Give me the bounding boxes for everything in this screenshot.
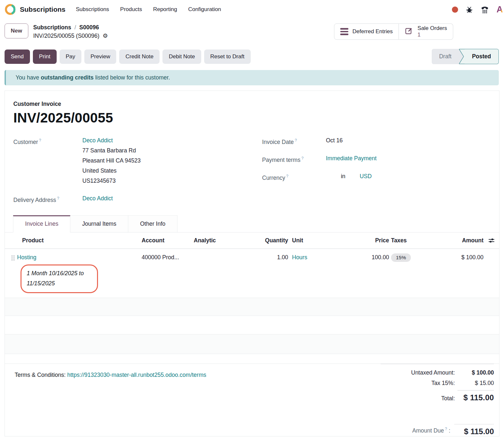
drag-handle-icon[interactable]	[11, 255, 13, 257]
tab-invoice-lines[interactable]: Invoice Lines	[13, 215, 70, 233]
notebook-tabs: Invoice Lines Journal Items Other Info	[5, 215, 499, 233]
table-row[interactable]: Hosting 1 Month 10/16/2025 to 11/15/2025…	[5, 249, 499, 298]
column-amount[interactable]: Amount	[441, 237, 483, 244]
cell-account[interactable]: 400000 Prod...	[142, 254, 194, 261]
menu-bars-icon	[340, 27, 348, 36]
cell-quantity[interactable]: 1.00	[252, 254, 288, 261]
preview-button[interactable]: Preview	[84, 50, 116, 64]
alert-text-bold: outstanding credits	[41, 74, 93, 81]
payment-terms-label: Payment terms?	[262, 153, 326, 165]
edit-document-icon	[405, 27, 413, 37]
empty-table-row	[5, 298, 499, 316]
column-unit[interactable]: Unit	[288, 237, 330, 244]
top-navbar: Subscriptions Subscriptions Products Rep…	[0, 0, 504, 19]
nav-item-configuration[interactable]: Configuration	[188, 6, 221, 13]
cell-amount: $ 100.00	[441, 254, 483, 261]
page: Subscriptions Subscriptions Products Rep…	[0, 0, 504, 441]
print-button[interactable]: Print	[33, 50, 57, 64]
alert-text: You have	[16, 74, 41, 81]
help-icon[interactable]: ?	[295, 138, 297, 143]
new-button[interactable]: New	[5, 23, 28, 38]
total-label: Total:	[441, 395, 455, 402]
breadcrumb-link-s00096[interactable]: S00096	[79, 23, 99, 32]
amount-due-value: $ 115.00	[454, 424, 494, 436]
column-quantity[interactable]: Quantity	[252, 237, 288, 244]
customer-address-line: United States	[82, 166, 141, 176]
table-header: Product Account Analytic Quantity Unit P…	[5, 233, 499, 249]
amount-due-label: Amount Due? :	[412, 427, 450, 436]
column-taxes[interactable]: Taxes	[389, 237, 441, 244]
help-icon[interactable]: ?	[57, 196, 59, 201]
tax-badge[interactable]: 15%	[391, 253, 411, 262]
phone-icon[interactable]	[481, 5, 489, 14]
record-indicator-icon[interactable]	[452, 7, 458, 13]
nav-item-products[interactable]: Products	[120, 6, 142, 13]
sale-orders-label: Sale Orders	[417, 25, 447, 32]
alert-text-end: listed below for this customer.	[94, 74, 170, 81]
cell-taxes[interactable]: 15%	[389, 254, 441, 262]
help-icon[interactable]: ?	[39, 138, 41, 143]
breadcrumb-link-subscriptions[interactable]: Subscriptions	[33, 23, 71, 32]
invoice-date-field: Invoice Date? Oct 16	[262, 135, 377, 147]
customer-link[interactable]: Deco Addict	[82, 137, 113, 144]
invoice-date-value[interactable]: Oct 16	[326, 135, 343, 147]
total-value: $ 115.00	[455, 393, 494, 402]
status-posted[interactable]: Posted	[465, 49, 499, 64]
currency-link[interactable]: USD	[360, 171, 372, 183]
status-arrow-icon	[459, 49, 465, 64]
cell-unit[interactable]: Hours	[288, 254, 330, 261]
pay-button[interactable]: Pay	[60, 50, 81, 64]
tax-label: Tax 15%:	[431, 380, 455, 387]
cell-price[interactable]: 100.00	[330, 254, 389, 261]
nav-item-subscriptions[interactable]: Subscriptions	[76, 6, 109, 13]
debit-note-button[interactable]: Debit Note	[162, 50, 201, 64]
terms-link[interactable]: https://91323030-master-all.runbot255.od…	[67, 372, 206, 378]
column-price[interactable]: Price	[330, 237, 389, 244]
customer-address-line: Pleasant Hill CA 94523	[82, 156, 141, 166]
form-sheet: Customer Invoice INV/2025/00055 Customer…	[5, 91, 499, 436]
sheet-footer: Terms & Conditions: https://91323030-mas…	[5, 364, 499, 406]
sale-orders-button[interactable]: Sale Orders 1	[399, 23, 453, 40]
help-icon[interactable]: ?	[301, 156, 304, 161]
column-product[interactable]: Product	[5, 237, 142, 244]
total-divider	[457, 390, 494, 391]
deferred-entries-button[interactable]: Deferred Entries	[334, 23, 399, 40]
amount-due-row: Amount Due? : $ 115.00	[5, 424, 499, 436]
credit-note-button[interactable]: Credit Note	[119, 50, 160, 64]
payment-terms-field: Payment terms? Immediate Payment	[262, 153, 377, 165]
untaxed-amount-row: Untaxed Amount: $ 100.00	[381, 369, 494, 376]
terms-label: Terms & Conditions:	[15, 372, 66, 378]
nav-menu: Subscriptions Products Reporting Configu…	[76, 6, 221, 13]
status-bar: Draft Posted	[432, 49, 499, 64]
optional-columns-icon[interactable]	[483, 237, 499, 244]
avatar[interactable]: A	[497, 5, 504, 15]
document-type-label: Customer Invoice	[13, 101, 491, 107]
outstanding-credits-alert: You have outstanding credits listed belo…	[5, 70, 499, 85]
bug-icon[interactable]	[466, 6, 473, 13]
untaxed-amount-label: Untaxed Amount:	[411, 369, 455, 376]
tab-journal-items[interactable]: Journal Items	[70, 215, 128, 232]
column-analytic[interactable]: Analytic	[194, 237, 252, 244]
unit-link[interactable]: Hours	[292, 254, 307, 261]
tab-other-info[interactable]: Other Info	[128, 215, 177, 232]
column-account[interactable]: Account	[142, 237, 194, 244]
reset-to-draft-button[interactable]: Reset to Draft	[204, 50, 251, 64]
control-panel: New Subscriptions / S00096 INV/2025/0005…	[0, 19, 504, 40]
help-icon[interactable]: ?	[286, 174, 288, 178]
currency-prefix: in	[326, 171, 345, 183]
gear-icon[interactable]: ⚙	[103, 32, 108, 40]
delivery-address-link[interactable]: Deco Addict	[82, 193, 113, 205]
terms-and-conditions: Terms & Conditions: https://91323030-mas…	[15, 364, 206, 406]
currency-label: Currency?	[262, 171, 326, 183]
product-link[interactable]: Hosting	[17, 254, 36, 261]
help-icon[interactable]: ?	[445, 427, 447, 431]
line-description-annotated[interactable]: 1 Month 10/16/2025 to 11/15/2025	[21, 264, 98, 293]
status-draft[interactable]: Draft	[432, 49, 459, 64]
odoo-logo-icon[interactable]	[5, 4, 16, 15]
payment-terms-link[interactable]: Immediate Payment	[326, 153, 377, 165]
smart-buttons: Deferred Entries Sale Orders 1	[334, 23, 453, 40]
app-name[interactable]: Subscriptions	[20, 6, 65, 13]
nav-item-reporting[interactable]: Reporting	[153, 6, 177, 13]
empty-table-row	[5, 316, 499, 334]
send-button[interactable]: Send	[5, 50, 30, 64]
